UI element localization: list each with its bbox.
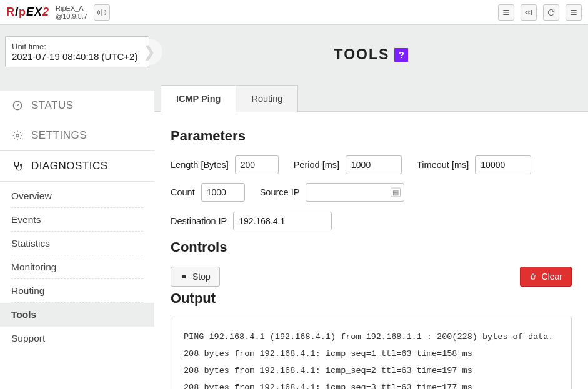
- parameters-row-1: Length [Bytes] Period [ms] Timeout [ms]: [171, 155, 572, 174]
- stop-icon: [180, 273, 187, 280]
- stop-button[interactable]: Stop: [171, 267, 220, 287]
- unit-time-label: Unit time:: [12, 42, 142, 51]
- destination-ip-label: Destination IP: [171, 216, 227, 226]
- clear-button-label: Clear: [542, 272, 562, 282]
- topbar: RipEX2 RipEX_A @10.9.8.7: [0, 0, 588, 25]
- sub-tools[interactable]: Tools: [0, 303, 154, 327]
- nav-label: STATUS: [31, 99, 74, 112]
- parameters-row-2: Count Source IP ▤ Destination IP: [171, 183, 572, 230]
- section-output: Output: [171, 290, 572, 307]
- list-button[interactable]: [498, 4, 514, 21]
- sub-overview[interactable]: Overview: [0, 184, 154, 208]
- logo: RipEX2: [6, 6, 49, 19]
- menu-icon: [569, 8, 578, 17]
- nav-status[interactable]: STATUS: [0, 91, 154, 121]
- antenna-button[interactable]: [94, 4, 110, 21]
- count-label: Count: [171, 187, 195, 197]
- sub-events[interactable]: Events: [0, 208, 154, 232]
- count-input[interactable]: [201, 183, 245, 202]
- output-console: PING 192.168.4.1 (192.168.4.1) from 192.…: [171, 318, 572, 389]
- diagnostics-submenu: Overview Events Statistics Monitoring Ro…: [0, 182, 154, 354]
- antenna-icon: [97, 8, 106, 17]
- device-info: RipEX_A @10.9.8.7: [56, 4, 87, 19]
- period-input[interactable]: [346, 155, 402, 174]
- trash-icon: [529, 273, 537, 280]
- nav-settings[interactable]: SETTINGS: [0, 121, 154, 150]
- tab-icmp-ping[interactable]: ICMP Ping: [161, 85, 236, 112]
- sidebar: Unit time: 2021-07-19 08:40:18 (UTC+2) ❯…: [0, 25, 154, 389]
- nav-label: SETTINGS: [31, 129, 87, 142]
- device-address: @10.9.8.7: [56, 12, 87, 20]
- nav-label: DIAGNOSTICS: [31, 160, 108, 172]
- svg-point-1: [16, 134, 19, 137]
- sub-support[interactable]: Support: [0, 327, 154, 350]
- timeout-input[interactable]: [475, 155, 531, 174]
- section-controls: Controls: [171, 239, 572, 255]
- card-body: Parameters Length [Bytes] Period [ms] Ti…: [154, 111, 588, 389]
- clear-button[interactable]: Clear: [520, 267, 572, 287]
- source-ip-label: Source IP: [260, 187, 300, 197]
- sub-routing[interactable]: Routing: [0, 279, 154, 303]
- unit-time-value: 2021-07-19 08:40:18 (UTC+2): [12, 51, 142, 62]
- nav: STATUS SETTINGS DIAGNOSTICS Overview Eve…: [0, 91, 154, 389]
- timeout-label: Timeout [ms]: [417, 160, 469, 170]
- period-label: Period [ms]: [294, 160, 339, 170]
- menu-button[interactable]: [566, 4, 582, 21]
- page-title-bar: TOOLS ?: [154, 25, 588, 84]
- refresh-icon: [547, 8, 556, 17]
- sub-statistics[interactable]: Statistics: [0, 232, 154, 255]
- svg-point-2: [21, 164, 22, 166]
- content: TOOLS ? ICMP Ping Routing Parameters Len…: [154, 25, 588, 389]
- help-button[interactable]: ?: [394, 48, 408, 62]
- length-label: Length [Bytes]: [171, 160, 229, 170]
- stop-button-label: Stop: [192, 272, 211, 282]
- device-name: RipEX_A: [56, 4, 87, 12]
- destination-ip-input[interactable]: [233, 212, 332, 230]
- announce-button[interactable]: [521, 4, 537, 21]
- section-parameters: Parameters: [171, 128, 572, 144]
- list-icon: [502, 8, 511, 17]
- nav-diagnostics[interactable]: DIAGNOSTICS: [0, 150, 154, 182]
- tabs: ICMP Ping Routing: [154, 84, 588, 111]
- gear-icon: [11, 130, 24, 141]
- length-input[interactable]: [235, 155, 279, 174]
- tab-routing[interactable]: Routing: [236, 85, 298, 112]
- unit-time-panel: Unit time: 2021-07-19 08:40:18 (UTC+2) ❯: [5, 36, 149, 67]
- source-ip-input[interactable]: [306, 183, 404, 202]
- stethoscope-icon: [11, 160, 24, 172]
- sub-monitoring[interactable]: Monitoring: [0, 255, 154, 279]
- gauge-icon: [11, 100, 24, 111]
- svg-rect-3: [182, 275, 186, 278]
- page-title: TOOLS: [334, 46, 390, 63]
- megaphone-icon: [524, 8, 533, 17]
- card: ICMP Ping Routing Parameters Length [Byt…: [154, 84, 588, 389]
- controls-row: Stop Clear: [171, 267, 572, 287]
- refresh-button[interactable]: [543, 4, 559, 21]
